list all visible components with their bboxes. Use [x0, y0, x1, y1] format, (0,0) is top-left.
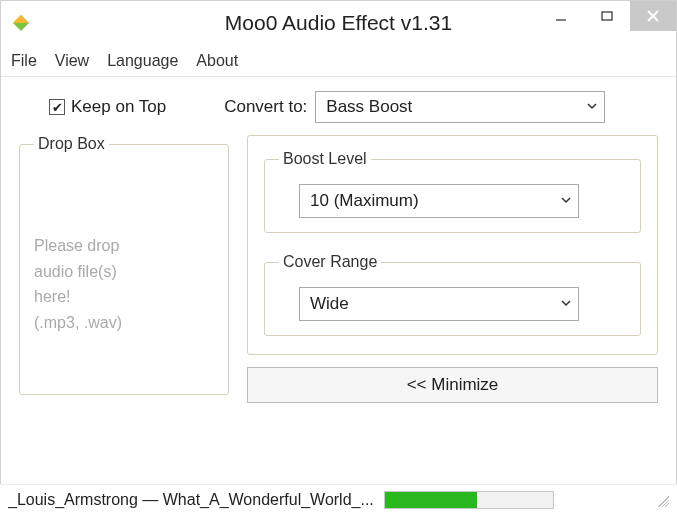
menu-language[interactable]: Language — [107, 52, 178, 70]
window-controls — [538, 1, 676, 31]
hint-line: audio file(s) — [34, 259, 214, 285]
close-window-button[interactable] — [630, 1, 676, 31]
minimize-button[interactable]: << Minimize — [247, 367, 658, 403]
minimize-button-label: << Minimize — [407, 375, 499, 395]
titlebar[interactable]: Moo0 Audio Effect v1.31 — [1, 1, 676, 45]
drop-box-legend: Drop Box — [34, 135, 109, 153]
boost-level-legend: Boost Level — [279, 150, 371, 168]
maximize-window-button[interactable] — [584, 1, 630, 31]
status-text: _Louis_Armstrong — What_A_Wonderful_Worl… — [8, 491, 374, 509]
hint-line: (.mp3, .wav) — [34, 310, 214, 336]
menu-view[interactable]: View — [55, 52, 89, 70]
keep-on-top-label: Keep on Top — [71, 97, 166, 117]
menu-file[interactable]: File — [11, 52, 37, 70]
keep-on-top-checkbox[interactable]: ✔ Keep on Top — [49, 97, 166, 117]
chevron-down-icon — [554, 297, 578, 312]
svg-rect-1 — [602, 12, 612, 20]
progress-bar — [384, 491, 554, 509]
statusbar: _Louis_Armstrong — What_A_Wonderful_Worl… — [0, 484, 677, 514]
boost-level-value: 10 (Maximum) — [300, 187, 429, 215]
content-area: ✔ Keep on Top Convert to: Bass Boost Dro… — [1, 77, 676, 409]
top-row: ✔ Keep on Top Convert to: Bass Boost — [19, 91, 658, 123]
minimize-window-button[interactable] — [538, 1, 584, 31]
convert-to-label: Convert to: — [224, 97, 307, 117]
cover-range-value: Wide — [300, 290, 359, 318]
main-row: Drop Box Please drop audio file(s) here!… — [19, 135, 658, 403]
drop-box-hint: Please drop audio file(s) here! (.mp3, .… — [34, 233, 214, 335]
chevron-down-icon — [554, 194, 578, 209]
app-icon — [11, 13, 31, 33]
convert-to-value: Bass Boost — [316, 93, 422, 121]
cover-range-select[interactable]: Wide — [299, 287, 579, 321]
progress-fill — [385, 492, 477, 508]
resize-grip-icon[interactable] — [655, 493, 669, 507]
drop-box[interactable]: Drop Box Please drop audio file(s) here!… — [19, 135, 229, 395]
menubar: File View Language About — [1, 45, 676, 77]
hint-line: Please drop — [34, 233, 214, 259]
cover-range-fieldset: Cover Range Wide — [264, 253, 641, 336]
checkbox-icon: ✔ — [49, 99, 65, 115]
right-column: Boost Level 10 (Maximum) Cover Range Wid… — [247, 135, 658, 403]
boost-level-select[interactable]: 10 (Maximum) — [299, 184, 579, 218]
cover-range-legend: Cover Range — [279, 253, 381, 271]
menu-about[interactable]: About — [196, 52, 238, 70]
boost-level-fieldset: Boost Level 10 (Maximum) — [264, 150, 641, 233]
settings-box: Boost Level 10 (Maximum) Cover Range Wid… — [247, 135, 658, 355]
hint-line: here! — [34, 284, 214, 310]
convert-to-select[interactable]: Bass Boost — [315, 91, 605, 123]
chevron-down-icon — [580, 100, 604, 115]
